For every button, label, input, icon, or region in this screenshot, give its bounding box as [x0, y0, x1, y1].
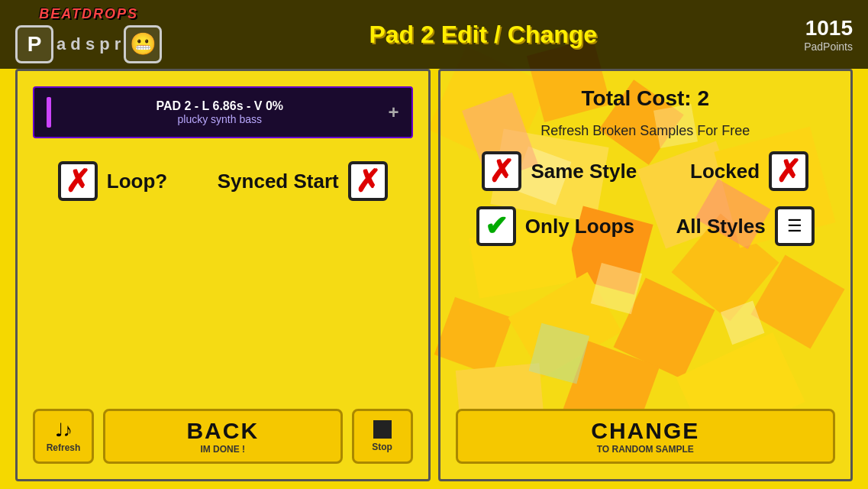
synced-start-checkbox[interactable] — [348, 161, 388, 201]
right-options-row-1: Same Style Locked — [456, 151, 836, 191]
same-style-checkbox[interactable] — [482, 151, 521, 191]
all-styles-icon[interactable]: ☰ — [775, 206, 815, 246]
pad-bar-text: PAD 2 - L 6.86s - V 0% plucky synth bass — [59, 99, 380, 125]
synced-start-option: Synced Start — [218, 161, 388, 201]
same-style-option: Same Style — [482, 151, 637, 191]
stop-icon — [373, 420, 392, 439]
back-sub-label: IM DONE ! — [200, 444, 245, 455]
pad-info-bar: PAD 2 - L 6.86s - V 0% plucky synth bass… — [33, 86, 413, 138]
logo-area: BEATDROPS P a d s p r 😬 — [15, 6, 162, 63]
all-styles-label: All Styles — [676, 215, 766, 238]
pad-bar-subtitle: plucky synth bass — [59, 113, 380, 125]
all-styles-option: All Styles ☰ — [676, 206, 815, 246]
change-button[interactable]: CHANGE TO RANDOM SAMPLE — [456, 409, 836, 464]
pad-points-area: 1015 PadPoints — [804, 16, 853, 53]
synced-start-label: Synced Start — [218, 170, 339, 193]
right-spacer — [456, 258, 836, 397]
same-style-label: Same Style — [531, 160, 637, 183]
left-spacer — [33, 224, 413, 393]
left-options-row: Loop? Synced Start — [33, 154, 413, 209]
change-main-label: CHANGE — [591, 418, 699, 444]
logo-p-box: P — [15, 25, 53, 63]
bottom-buttons-left: ♩♪ Refresh BACK IM DONE ! Stop — [33, 409, 413, 464]
only-loops-checkbox[interactable] — [476, 206, 516, 246]
refresh-broken-label: Refresh Broken Samples For Free — [456, 123, 836, 139]
refresh-icon: ♩♪ — [55, 419, 73, 441]
logo-suffix: a d s p r — [56, 34, 121, 54]
total-cost: Total Cost: 2 — [456, 86, 836, 111]
stop-label: Stop — [372, 442, 392, 452]
loop-label: Loop? — [107, 170, 167, 193]
pad-bar-add-button[interactable]: + — [388, 102, 399, 123]
left-panel: PAD 2 - L 6.86s - V 0% plucky synth bass… — [15, 69, 431, 481]
stop-button[interactable]: Stop — [352, 409, 413, 464]
pad-points-number: 1015 — [804, 16, 853, 40]
only-loops-label: Only Loops — [525, 215, 634, 238]
only-loops-option: Only Loops — [476, 206, 634, 246]
locked-checkbox[interactable] — [769, 151, 808, 191]
loop-checkbox[interactable] — [58, 161, 98, 201]
pad-bar-title: PAD 2 - L 6.86s - V 0% — [59, 99, 380, 113]
logo-face-box: 😬 — [124, 25, 162, 63]
right-options: Same Style Locked Only Loops All Styles … — [456, 151, 836, 246]
pad-bar-indicator — [47, 97, 51, 128]
pad-points-label: PadPoints — [804, 40, 853, 53]
logo-icons: P a d s p r 😬 — [15, 25, 162, 63]
back-main-label: BACK — [186, 418, 259, 444]
right-options-row-2: Only Loops All Styles ☰ — [456, 206, 836, 246]
refresh-button[interactable]: ♩♪ Refresh — [33, 409, 94, 464]
loop-option: Loop? — [58, 161, 167, 201]
back-button[interactable]: BACK IM DONE ! — [103, 409, 343, 464]
refresh-label: Refresh — [47, 442, 81, 453]
change-sub-label: TO RANDOM SAMPLE — [597, 444, 694, 455]
logo-text: BEATDROPS — [39, 6, 138, 22]
locked-option: Locked — [690, 151, 808, 191]
top-bar: BEATDROPS P a d s p r 😬 Pad 2 Edit / Cha… — [0, 0, 868, 69]
locked-label: Locked — [690, 160, 760, 183]
main-content: PAD 2 - L 6.86s - V 0% plucky synth bass… — [15, 69, 853, 481]
right-panel: Total Cost: 2 Refresh Broken Samples For… — [438, 69, 853, 481]
page-title: Pad 2 Edit / Change — [162, 21, 804, 49]
